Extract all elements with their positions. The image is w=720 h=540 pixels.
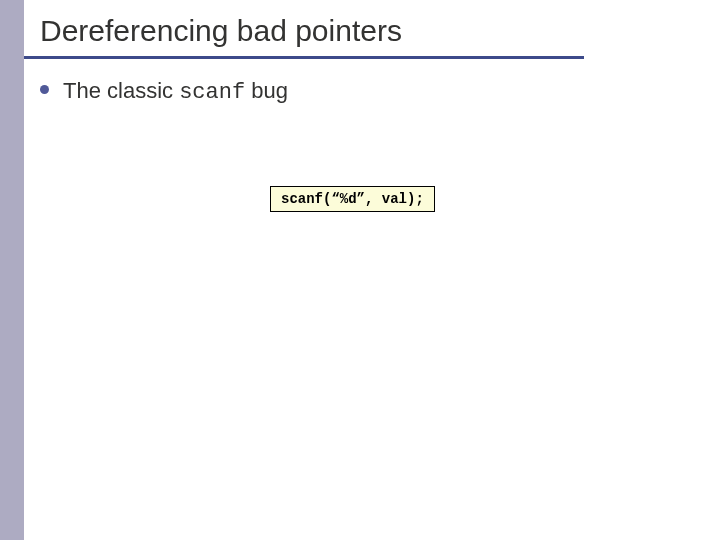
bullet-item: The classic scanf bug bbox=[40, 78, 288, 105]
bullet-dot bbox=[40, 85, 49, 94]
bullet-prefix: The classic bbox=[63, 78, 179, 103]
bullet-text: The classic scanf bug bbox=[63, 78, 288, 105]
bullet-mono: scanf bbox=[179, 80, 245, 105]
title-underline bbox=[24, 56, 584, 59]
sidebar-accent bbox=[0, 0, 24, 540]
bullet-suffix: bug bbox=[245, 78, 288, 103]
page-title: Dereferencing bad pointers bbox=[40, 14, 402, 48]
code-block: scanf(“%d”, val); bbox=[270, 186, 435, 212]
